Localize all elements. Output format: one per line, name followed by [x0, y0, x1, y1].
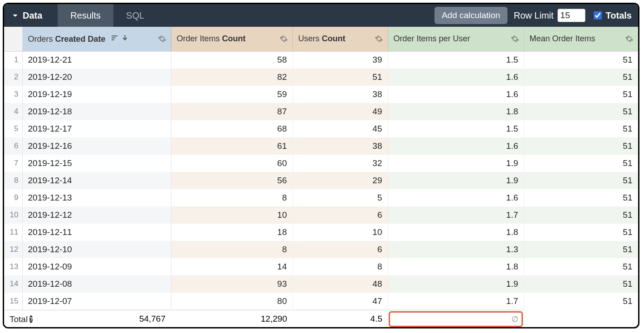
cell-order-items-per-user[interactable]: 1.6	[388, 137, 524, 155]
cell-order-items-per-user[interactable]: 1.9	[388, 172, 524, 189]
arrow-down-icon	[121, 34, 129, 42]
cell-mean-order-items[interactable]: 51	[524, 137, 638, 155]
cell-users-count[interactable]: 51	[293, 69, 388, 86]
cell-order-items-per-user[interactable]: 1.6	[388, 86, 524, 103]
cell-order-items-per-user[interactable]: 1.3	[388, 241, 524, 258]
gear-icon[interactable]	[375, 34, 383, 43]
cell-mean-order-items[interactable]: 51	[524, 224, 638, 241]
col-header-mean-order-items[interactable]: Mean Order Items	[524, 27, 638, 51]
cell-users-count[interactable]: 10	[293, 224, 388, 241]
table-row: 52019-12-1768451.551	[4, 120, 638, 137]
cell-users-count[interactable]: 38	[293, 86, 388, 103]
sort-indicator	[111, 34, 129, 42]
cell-order-items-count[interactable]: 8	[171, 241, 293, 258]
cell-order-items-count[interactable]: 82	[171, 69, 293, 86]
cell-order-items-count[interactable]: 58	[171, 51, 293, 69]
cell-mean-order-items[interactable]: 51	[524, 51, 638, 69]
tab-data[interactable]: Data	[4, 4, 58, 27]
totals-users-count: 12,290	[171, 310, 293, 327]
cell-order-items-per-user[interactable]: 1.7	[388, 293, 524, 310]
cell-mean-order-items[interactable]: 51	[524, 241, 638, 258]
cell-created-date[interactable]: 2019-12-08	[22, 275, 171, 293]
cell-users-count[interactable]: 39	[293, 51, 388, 69]
cell-users-count[interactable]: 5	[293, 189, 388, 206]
cell-order-items-per-user[interactable]: 1.5	[388, 51, 524, 69]
cell-order-items-count[interactable]: 80	[171, 293, 293, 310]
tab-results[interactable]: Results	[58, 4, 113, 27]
col-header-users-count[interactable]: Users Count	[293, 27, 388, 51]
gear-icon[interactable]	[625, 34, 634, 43]
cell-created-date[interactable]: 2019-12-20	[22, 69, 171, 86]
cell-mean-order-items[interactable]: 51	[524, 206, 638, 224]
cell-users-count[interactable]: 38	[293, 137, 388, 155]
cell-users-count[interactable]: 6	[293, 241, 388, 258]
cell-mean-order-items[interactable]: 51	[524, 120, 638, 137]
cell-mean-order-items[interactable]: 51	[524, 189, 638, 206]
cell-order-items-count[interactable]: 93	[171, 275, 293, 293]
cell-users-count[interactable]: 6	[293, 206, 388, 224]
cell-order-items-per-user[interactable]: 1.7	[388, 206, 524, 224]
cell-order-items-count[interactable]: 60	[171, 155, 293, 172]
help-icon[interactable]: ?	[29, 315, 33, 323]
cell-created-date[interactable]: 2019-12-16	[22, 137, 171, 155]
cell-order-items-count[interactable]: 68	[171, 120, 293, 137]
cell-created-date[interactable]: 2019-12-07	[22, 293, 171, 310]
col-header-order-items-count[interactable]: Order Items Count	[171, 27, 293, 51]
cell-mean-order-items[interactable]: 51	[524, 275, 638, 293]
cell-order-items-count[interactable]: 61	[171, 137, 293, 155]
cell-created-date[interactable]: 2019-12-10	[22, 241, 171, 258]
cell-created-date[interactable]: 2019-12-19	[22, 86, 171, 103]
cell-mean-order-items[interactable]: 51	[524, 69, 638, 86]
gear-icon[interactable]	[511, 34, 519, 43]
cell-order-items-count[interactable]: 87	[171, 103, 293, 120]
col-header-created-date[interactable]: Orders Created Date	[22, 27, 171, 51]
gear-icon[interactable]	[279, 34, 288, 43]
cell-created-date[interactable]: 2019-12-17	[22, 120, 171, 137]
cell-created-date[interactable]: 2019-12-11	[22, 224, 171, 241]
cell-order-items-count[interactable]: 59	[171, 86, 293, 103]
cell-created-date[interactable]: 2019-12-09	[22, 258, 171, 275]
cell-mean-order-items[interactable]: 51	[524, 103, 638, 120]
cell-users-count[interactable]: 48	[293, 275, 388, 293]
cell-created-date[interactable]: 2019-12-14	[22, 172, 171, 189]
cell-mean-order-items[interactable]: 51	[524, 86, 638, 103]
cell-users-count[interactable]: 49	[293, 103, 388, 120]
row-number: 2	[4, 69, 22, 86]
totals-checkbox[interactable]	[594, 11, 602, 20]
row-number: 1	[4, 51, 22, 69]
cell-created-date[interactable]: 2019-12-12	[22, 206, 171, 224]
cell-order-items-count[interactable]: 18	[171, 224, 293, 241]
cell-order-items-per-user[interactable]: 1.5	[388, 120, 524, 137]
cell-users-count[interactable]: 32	[293, 155, 388, 172]
row-limit-input[interactable]	[557, 9, 585, 22]
cell-mean-order-items[interactable]: 51	[524, 293, 638, 310]
add-calculation-button[interactable]: Add calculation	[434, 7, 507, 24]
totals-toggle[interactable]: Totals	[592, 10, 632, 21]
cell-users-count[interactable]: 29	[293, 172, 388, 189]
cell-order-items-per-user[interactable]: 1.8	[388, 224, 524, 241]
cell-order-items-per-user[interactable]: 1.6	[388, 69, 524, 86]
cell-created-date[interactable]: 2019-12-21	[22, 51, 171, 69]
cell-order-items-count[interactable]: 14	[171, 258, 293, 275]
cell-mean-order-items[interactable]: 51	[524, 172, 638, 189]
cell-created-date[interactable]: 2019-12-18	[22, 103, 171, 120]
tab-sql[interactable]: SQL	[113, 4, 157, 27]
cell-order-items-per-user[interactable]: 1.9	[388, 155, 524, 172]
cell-users-count[interactable]: 47	[293, 293, 388, 310]
cell-order-items-per-user[interactable]: 1.8	[388, 103, 524, 120]
cell-mean-order-items[interactable]: 51	[524, 155, 638, 172]
cell-order-items-per-user[interactable]: 1.9	[388, 275, 524, 293]
cell-created-date[interactable]: 2019-12-15	[22, 155, 171, 172]
col-header-order-items-per-user[interactable]: Order Items per User	[388, 27, 524, 51]
gear-icon[interactable]	[158, 34, 166, 43]
cell-order-items-count[interactable]: 8	[171, 189, 293, 206]
row-number: 8	[4, 172, 22, 189]
cell-order-items-per-user[interactable]: 1.8	[388, 258, 524, 275]
cell-mean-order-items[interactable]: 51	[524, 258, 638, 275]
cell-order-items-count[interactable]: 10	[171, 206, 293, 224]
cell-users-count[interactable]: 8	[293, 258, 388, 275]
cell-order-items-per-user[interactable]: 1.6	[388, 189, 524, 206]
cell-order-items-count[interactable]: 56	[171, 172, 293, 189]
cell-created-date[interactable]: 2019-12-13	[22, 189, 171, 206]
cell-users-count[interactable]: 45	[293, 120, 388, 137]
